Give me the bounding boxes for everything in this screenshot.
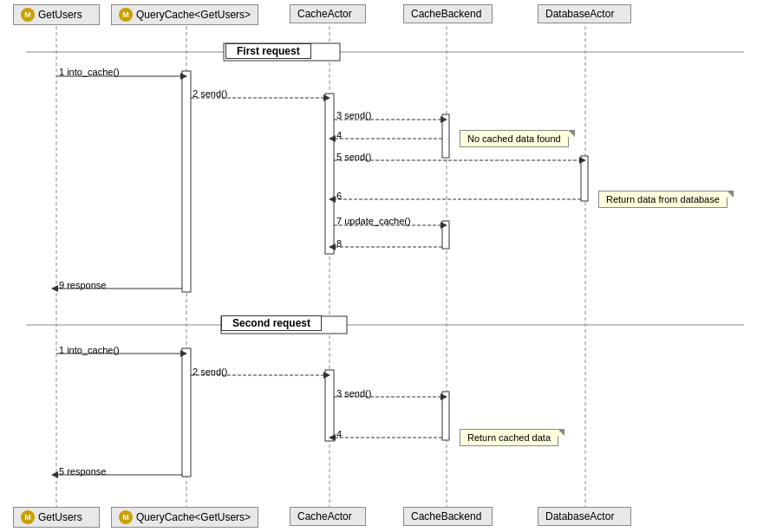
actor-label-database-actor-bottom: DatabaseActor xyxy=(545,510,614,522)
actor-database-actor-bottom: DatabaseActor xyxy=(538,507,631,526)
actor-label-database-actor: DatabaseActor xyxy=(545,8,614,20)
arrow-label-2: 2 send() xyxy=(192,88,227,99)
actor-icon-query-cache-bottom: M xyxy=(119,510,133,524)
svg-marker-20 xyxy=(440,116,447,123)
svg-rect-34 xyxy=(325,370,334,441)
svg-marker-30 xyxy=(329,243,336,250)
note-return-from-db: Return data from database xyxy=(598,191,728,208)
arrow-label-1: 1 into_cache() xyxy=(59,67,120,77)
svg-marker-16 xyxy=(180,73,187,80)
svg-marker-43 xyxy=(329,434,336,441)
arrow-label-4: 4 xyxy=(336,130,342,140)
sequence-diagram: M GetUsers M QueryCache<GetUsers> CacheA… xyxy=(0,0,770,532)
s-arrow-label-2: 2 send() xyxy=(192,367,227,377)
actor-query-cache: M QueryCache<GetUsers> xyxy=(111,4,258,25)
actor-label-cache-backend: CacheBackend xyxy=(411,8,481,20)
actor-cache-backend: CacheBackend xyxy=(403,4,493,23)
svg-rect-33 xyxy=(182,348,191,477)
svg-rect-13 xyxy=(581,156,588,201)
svg-marker-22 xyxy=(329,135,336,142)
actor-label-get-users: GetUsers xyxy=(38,9,82,21)
actor-label-query-cache: QueryCache<GetUsers> xyxy=(136,9,251,21)
svg-rect-14 xyxy=(442,221,449,249)
arrow-label-9: 9 response xyxy=(59,280,106,290)
svg-marker-24 xyxy=(579,157,586,164)
note-no-cached-data: No cached data found xyxy=(460,130,569,147)
actor-cache-actor: CacheActor xyxy=(290,4,366,23)
section-second-request: Second request xyxy=(221,315,322,331)
arrow-label-5: 5 send() xyxy=(336,152,371,162)
s-arrow-label-3: 3 send() xyxy=(336,388,371,399)
s-arrow-label-4: 4 xyxy=(336,429,342,439)
svg-rect-12 xyxy=(442,114,449,158)
actor-label-cache-actor-bottom: CacheActor xyxy=(297,510,352,522)
s-arrow-label-5: 5 response xyxy=(59,466,106,477)
svg-marker-18 xyxy=(323,94,330,101)
actor-cache-backend-bottom: CacheBackend xyxy=(403,507,493,526)
actor-query-cache-bottom: M QueryCache<GetUsers> xyxy=(111,507,258,528)
arrow-label-6: 6 xyxy=(336,191,342,201)
svg-marker-41 xyxy=(440,393,447,400)
arrow-label-8: 8 xyxy=(336,238,342,249)
actor-icon-get-users: M xyxy=(21,8,35,22)
actor-label-get-users-bottom: GetUsers xyxy=(38,511,82,523)
svg-marker-37 xyxy=(180,350,187,357)
svg-marker-32 xyxy=(51,285,58,292)
actor-database-actor: DatabaseActor xyxy=(538,4,631,23)
actor-get-users: M GetUsers xyxy=(13,4,100,25)
svg-marker-45 xyxy=(51,471,58,478)
actor-label-query-cache-bottom: QueryCache<GetUsers> xyxy=(136,511,251,523)
note-return-cached-data: Return cached data xyxy=(460,429,558,446)
arrow-label-7: 7 update_cache() xyxy=(336,216,411,226)
actor-cache-actor-bottom: CacheActor xyxy=(290,507,366,526)
actor-label-cache-actor: CacheActor xyxy=(297,8,352,20)
actor-icon-query-cache: M xyxy=(119,8,133,22)
svg-rect-10 xyxy=(182,71,191,292)
svg-marker-28 xyxy=(440,222,447,229)
svg-marker-39 xyxy=(323,372,330,379)
actor-icon-get-users-bottom: M xyxy=(21,510,35,524)
section-first-request: First request xyxy=(225,43,311,59)
s-arrow-label-1: 1 into_cache() xyxy=(59,345,120,355)
svg-rect-11 xyxy=(325,94,334,254)
svg-rect-35 xyxy=(442,392,449,440)
arrow-label-3: 3 send() xyxy=(336,110,371,120)
svg-marker-26 xyxy=(329,196,336,203)
actor-label-cache-backend-bottom: CacheBackend xyxy=(411,510,481,522)
actor-get-users-bottom: M GetUsers xyxy=(13,507,100,528)
